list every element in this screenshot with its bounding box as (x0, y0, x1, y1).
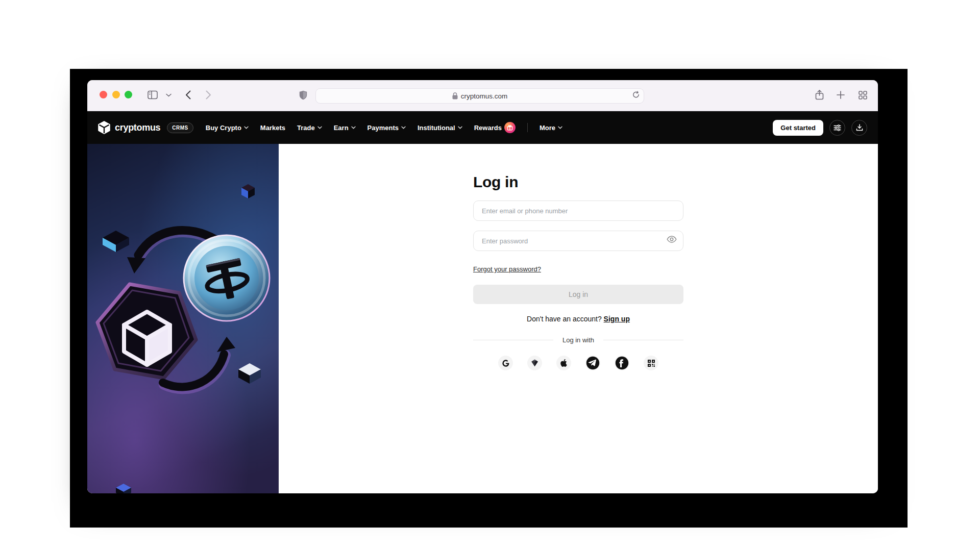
chevron-down-icon (351, 126, 356, 129)
divider-line (603, 340, 683, 340)
ton-icon (530, 359, 539, 367)
close-window-button[interactable] (100, 91, 107, 98)
nav-item-label: Buy Crypto (206, 124, 241, 132)
login-with-telegram-button[interactable] (585, 356, 600, 370)
nav-item-markets[interactable]: Markets (260, 124, 285, 132)
browser-toolbar: cryptomus.com (87, 80, 878, 111)
minimize-window-button[interactable] (112, 91, 120, 98)
nav-item-buy-crypto[interactable]: Buy Crypto (206, 124, 249, 132)
login-submit-button[interactable]: Log in (473, 285, 683, 304)
login-with-apple-button[interactable] (556, 356, 571, 370)
divider-line (473, 340, 553, 340)
chevron-down-icon (401, 126, 406, 129)
reload-icon[interactable] (632, 91, 640, 100)
promo-illustration (87, 144, 279, 493)
divider-label: Log in with (562, 336, 594, 344)
privacy-shield-icon[interactable] (296, 87, 311, 103)
site-navbar: cryptomus CRMS Buy CryptoMarketsTradeEar… (87, 111, 878, 144)
chevron-down-icon (244, 126, 249, 129)
nav-item-payments[interactable]: Payments (368, 124, 406, 132)
login-form: Log in Forgot your password? Log in (473, 144, 683, 493)
address-bar[interactable]: cryptomus.com (315, 88, 644, 104)
social-login-buttons (473, 356, 683, 370)
email-input[interactable] (473, 201, 683, 221)
tab-overview-icon[interactable] (855, 87, 870, 103)
share-icon[interactable] (812, 87, 827, 103)
page-title: Log in (473, 173, 683, 191)
signup-line: Don't have an account? Sign up (473, 315, 683, 323)
nav-item-label: Markets (260, 124, 285, 132)
qr-code-icon (647, 359, 655, 367)
login-area: Log in Forgot your password? Log in (279, 144, 878, 493)
brand-name: cryptomus (115, 122, 160, 133)
nav-item-label: Trade (297, 124, 315, 132)
password-input[interactable] (473, 231, 683, 251)
nav-item-institutional[interactable]: Institutional (418, 124, 462, 132)
forward-button[interactable] (201, 87, 216, 103)
forgot-password-link[interactable]: Forgot your password? (473, 265, 541, 273)
nav-items: Buy CryptoMarketsTradeEarnPaymentsInstit… (206, 122, 562, 133)
gift-icon (504, 122, 516, 133)
apple-icon (560, 359, 568, 367)
nav-item-rewards[interactable]: Rewards (474, 122, 516, 133)
nav-item-trade[interactable]: Trade (297, 124, 322, 132)
login-with-ton-button[interactable] (527, 356, 542, 370)
back-button[interactable] (180, 87, 195, 103)
email-field-wrap (473, 201, 683, 221)
new-tab-icon[interactable] (833, 87, 848, 103)
telegram-icon (585, 356, 600, 370)
brand-logo[interactable]: cryptomus CRMS (98, 121, 193, 134)
nav-item-earn[interactable]: Earn (334, 124, 356, 132)
show-password-eye-icon[interactable] (667, 236, 677, 243)
get-started-button[interactable]: Get started (773, 120, 823, 136)
nav-item-label: More (540, 124, 555, 132)
nav-item-more[interactable]: More (540, 124, 562, 132)
nav-item-label: Rewards (474, 124, 502, 132)
signup-link[interactable]: Sign up (604, 315, 630, 323)
preferences-sliders-button[interactable] (829, 120, 845, 136)
google-icon (502, 359, 510, 367)
nav-divider (527, 123, 528, 132)
zoom-window-button[interactable] (125, 91, 132, 98)
nav-item-label: Payments (368, 124, 399, 132)
chevron-down-icon (458, 126, 462, 129)
url-text: cryptomus.com (461, 92, 508, 100)
sidebar-toggle-icon[interactable] (145, 87, 160, 103)
chevron-down-icon (317, 126, 322, 129)
login-with-google-button[interactable] (498, 356, 513, 370)
nav-item-label: Institutional (418, 124, 455, 132)
nav-right: Get started (773, 120, 867, 136)
download-app-button[interactable] (851, 120, 867, 136)
nav-item-label: Earn (334, 124, 349, 132)
chevron-down-icon[interactable] (161, 87, 176, 103)
browser-window: cryptomus.com cryptomus CRMS (87, 80, 878, 493)
cryptomus-cube-icon (98, 121, 110, 134)
password-field-wrap (473, 231, 683, 251)
login-with-facebook-button[interactable] (615, 356, 629, 370)
chevron-down-icon (558, 126, 562, 129)
page-content: Log in Forgot your password? Log in (87, 144, 878, 493)
login-with-divider: Log in with (473, 336, 683, 344)
signup-prompt: Don't have an account? (527, 315, 602, 323)
crms-badge: CRMS (167, 122, 193, 133)
lock-icon (452, 92, 458, 99)
facebook-icon (615, 356, 629, 370)
login-with-qr-code-button[interactable] (644, 356, 658, 370)
